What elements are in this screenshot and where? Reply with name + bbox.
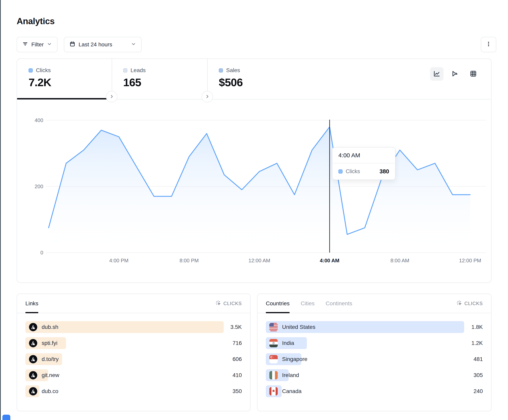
row-value: 606: [232, 353, 242, 365]
countries-tabs: CountriesCitiesContinents: [266, 294, 352, 313]
leads-legend-chip: [123, 68, 127, 72]
country-row[interactable]: United States1.8K: [266, 321, 483, 333]
link-row[interactable]: dub.co350: [25, 385, 242, 397]
cursor-rays-icon: [456, 300, 462, 307]
x-axis-tick: 4:00 AM: [312, 258, 348, 264]
more-menu-button[interactable]: [481, 37, 496, 52]
sg-flag-icon: [269, 355, 278, 363]
row-label: Canada: [282, 388, 301, 394]
x-axis-tick: 12:00 AM: [242, 258, 277, 264]
countries-tab-continents[interactable]: Continents: [326, 294, 352, 313]
chart-view-toggle: [430, 67, 480, 81]
countries-tab-countries[interactable]: Countries: [266, 294, 290, 313]
x-axis-tick: 4:00 PM: [101, 258, 137, 264]
dub-logo-icon: [29, 355, 37, 363]
links-metric-label: CLICKS: [223, 301, 242, 306]
link-row[interactable]: dub.sh3.5K: [25, 321, 242, 333]
in-flag-icon: [269, 339, 278, 347]
grid-icon: [470, 70, 477, 78]
row-value: 716: [232, 337, 242, 349]
chevron-right-icon: [205, 94, 210, 100]
funnel-view-button[interactable]: [448, 67, 462, 81]
row-value: 350: [232, 385, 242, 397]
dub-logo-icon: [29, 371, 37, 379]
links-tabs: Links: [25, 294, 38, 313]
countries-tab-cities[interactable]: Cities: [301, 294, 315, 313]
tooltip-series-label: Clicks: [346, 168, 360, 174]
date-range-button[interactable]: Last 24 hours: [64, 37, 142, 52]
row-label: India: [282, 340, 294, 346]
row-value: 305: [473, 369, 483, 381]
x-axis-tick: 8:00 PM: [171, 258, 207, 264]
links-rows: dub.sh3.5Kspti.fyi716d.to/try606git.new4…: [17, 313, 250, 397]
stat-tab-leads[interactable]: Leads165: [112, 59, 207, 99]
country-row[interactable]: Singapore481: [266, 353, 483, 365]
row-label: Ireland: [282, 372, 299, 378]
y-axis-tick: 200: [29, 183, 43, 190]
chat-widget-peek[interactable]: [2, 415, 10, 420]
stat-tabs-row: Clicks7.2KLeads165Sales$506: [17, 59, 491, 100]
bars-filter-icon: [22, 41, 28, 48]
page-title: Analytics: [17, 16, 54, 26]
us-flag-icon: [269, 323, 278, 331]
dub-logo-icon: [29, 339, 37, 347]
analytics-chart-card: Clicks7.2KLeads165Sales$506: [17, 58, 492, 283]
row-label: dub.sh: [42, 324, 58, 330]
link-row[interactable]: git.new410: [25, 369, 242, 381]
stat-label: Leads: [131, 67, 146, 73]
row-label: Singapore: [282, 356, 307, 362]
country-row[interactable]: India1.2K: [266, 337, 483, 349]
filter-button-label: Filter: [31, 41, 44, 48]
x-axis-tick: 8:00 AM: [382, 258, 418, 264]
stat-label: Sales: [226, 67, 240, 73]
tooltip-time: 4:00 AM: [332, 148, 395, 163]
ie-flag-icon: [269, 371, 278, 379]
countries-metric-label: CLICKS: [464, 301, 483, 306]
cursor-rays-icon: [216, 300, 221, 307]
stat-value: 165: [123, 76, 207, 89]
row-label: d.to/try: [42, 356, 59, 362]
line-chart-view-button[interactable]: [430, 67, 444, 81]
row-value: 410: [232, 369, 242, 381]
clicks-legend-chip: [29, 68, 33, 72]
links-tab-links[interactable]: Links: [25, 294, 38, 313]
chevron-right-icon: [109, 94, 114, 100]
calendar-icon: [69, 41, 75, 48]
row-label: dub.co: [42, 388, 58, 394]
x-axis-tick: 12:00 PM: [452, 258, 488, 264]
expand-stats-button[interactable]: [202, 91, 213, 102]
chevron-down-icon: [47, 41, 52, 48]
funnel-icon: [451, 70, 459, 78]
clicks-legend-chip: [338, 169, 343, 174]
stat-value: 7.2K: [29, 76, 112, 89]
stat-label: Clicks: [36, 67, 51, 73]
link-row[interactable]: spti.fyi716: [25, 337, 242, 349]
sales-legend-chip: [219, 68, 223, 72]
row-value: 240: [473, 385, 483, 397]
links-metric[interactable]: CLICKS: [216, 294, 242, 313]
tooltip-series-value: 380: [380, 168, 389, 175]
filter-button[interactable]: Filter: [17, 37, 58, 52]
row-value: 1.8K: [471, 321, 483, 333]
row-label: spti.fyi: [42, 340, 57, 346]
links-panel-header: Links CLICKS: [17, 294, 250, 313]
chevron-down-icon: [131, 41, 136, 48]
analytics-page: Analytics Filter Last 24 hours: [0, 0, 508, 420]
country-row[interactable]: Ireland305: [266, 369, 483, 381]
y-axis-tick: 0: [29, 250, 43, 256]
chart-tooltip: 4:00 AM Clicks 380: [332, 147, 396, 180]
link-row[interactable]: d.to/try606: [25, 353, 242, 365]
dub-logo-icon: [29, 323, 37, 331]
line-chart-icon: [433, 70, 441, 78]
expand-stats-button[interactable]: [106, 91, 117, 102]
grid-view-button[interactable]: [467, 67, 480, 81]
countries-rows: United States1.8KIndia1.2KSingapore481Ir…: [257, 313, 491, 397]
countries-metric[interactable]: CLICKS: [456, 294, 483, 313]
row-label: United States: [282, 324, 315, 330]
country-row[interactable]: Canada240: [266, 385, 483, 397]
stat-tab-clicks[interactable]: Clicks7.2K: [17, 59, 112, 99]
links-panel: Links CLICKS dub.sh3.5Kspti.fyi716d.to/t…: [17, 294, 251, 411]
ca-flag-icon: [269, 387, 278, 395]
left-edge-accent: [0, 0, 1, 420]
y-axis-tick: 400: [29, 117, 43, 123]
